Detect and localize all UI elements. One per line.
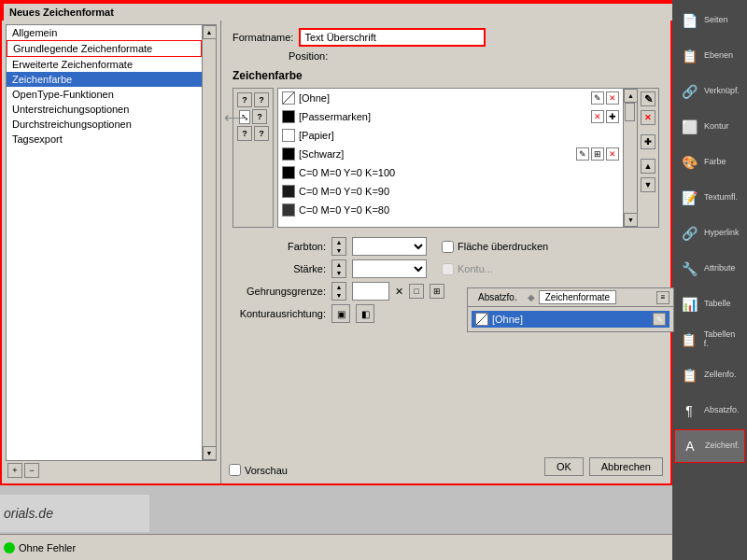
color-item-3[interactable]: [Schwarz]✎⊞✕ xyxy=(278,145,623,163)
sidebar-label-11: Absatzfo. xyxy=(704,406,740,415)
sidebar-item-Kontur[interactable]: ⬜Kontur xyxy=(674,110,745,144)
color-item-5[interactable]: C=0 M=0 Y=0 K=90 xyxy=(278,182,623,201)
farbton-up[interactable] xyxy=(332,238,345,246)
question-icon-4[interactable]: ? xyxy=(237,126,252,141)
left-scrollbar[interactable] xyxy=(202,25,216,460)
question-icon-3[interactable]: ? xyxy=(252,109,267,124)
add-format-btn[interactable]: + xyxy=(7,463,22,478)
gehrung-btn2[interactable]: ⊞ xyxy=(430,284,444,299)
farbton-down[interactable] xyxy=(332,246,345,255)
sidebar-item-Verknüpf[interactable]: 🔗Verknüpf. xyxy=(674,75,745,108)
sidebar-label-4: Farbe xyxy=(704,158,726,167)
icon-edit-0[interactable]: ✎ xyxy=(591,91,604,105)
sidebar-icon-10: 📋 xyxy=(678,364,700,386)
color-list-items: [Ohne]✎✕[Passermarken]✕✚[Papier][Schwarz… xyxy=(278,89,623,227)
formatname-input[interactable] xyxy=(299,28,486,47)
scroll-up-arrow[interactable] xyxy=(203,25,217,39)
title-bar: Neues Zeichenformat xyxy=(2,2,674,21)
sidebar-item-Tabellen-f[interactable]: 📋Tabellen f. xyxy=(674,323,745,357)
vorschau-checkbox[interactable] xyxy=(229,464,241,476)
vorschau-row: Vorschau xyxy=(229,464,288,476)
main-content: Formatname: Position: Zeichenfarbe ? ? xyxy=(221,21,670,483)
sidebar-item-Textumfl[interactable]: 📝Textumfl. xyxy=(674,181,745,215)
sidebar-label-5: Textumfl. xyxy=(704,193,738,203)
align-icon-2[interactable]: ◧ xyxy=(356,304,374,323)
starke-spinner[interactable] xyxy=(331,259,346,278)
sidebar-item-Unterstreichungsoptionen[interactable]: Unterstreichungsoptionen xyxy=(7,102,202,117)
color-scroll-up[interactable] xyxy=(624,89,638,103)
cancel-button[interactable]: Abbrechen xyxy=(589,457,663,476)
sidebar-item-OpenType-Funktionen[interactable]: OpenType-Funktionen xyxy=(7,87,202,102)
question-icon-2[interactable]: ? xyxy=(254,92,269,107)
color-item-6[interactable]: C=0 M=0 Y=0 K=80 xyxy=(278,201,623,219)
color-list-area: [Ohne]✎✕[Passermarken]✕✚[Papier][Schwarz… xyxy=(277,88,659,228)
gehrung-down[interactable] xyxy=(332,291,345,300)
sidebar-item-Zeichenfarbe[interactable]: Zeichenfarbe xyxy=(7,72,202,87)
sidebar-item-Hyperlink[interactable]: 🔗Hyperlink xyxy=(674,217,745,250)
icon-del-3[interactable]: ✕ xyxy=(606,147,619,161)
flache-label: Fläche überdrucken xyxy=(458,241,548,252)
sidebar-item-Grundlegende-Zeichenformate[interactable]: Grundlegende Zeichenformate xyxy=(7,40,202,57)
flache-checkbox[interactable] xyxy=(442,241,454,253)
color-item-4[interactable]: C=0 M=0 Y=0 K=100 xyxy=(278,163,623,182)
sidebar-label-10: Zellenfo. xyxy=(704,371,737,380)
farbton-row: Farbton: Fläche überdrucken xyxy=(233,237,659,256)
icon-move-1[interactable]: ✚ xyxy=(606,110,619,123)
kontu-label: Kontu... xyxy=(458,263,493,274)
color-edit-icon[interactable]: ✎ xyxy=(641,91,655,106)
farbton-dropdown[interactable] xyxy=(352,237,427,256)
sidebar-item-Durchstreichungsoptionen[interactable]: Durchstreichungsoptionen xyxy=(7,117,202,132)
menu-list: AllgemeinGrundlegende ZeichenformateErwe… xyxy=(6,24,217,461)
color-scroll-down[interactable] xyxy=(624,213,638,227)
scroll-down-arrow[interactable] xyxy=(203,446,217,460)
sidebar-label-3: Kontur xyxy=(704,122,729,132)
gehrung-btn1[interactable]: □ xyxy=(409,284,424,299)
remove-format-btn[interactable]: − xyxy=(24,463,39,478)
sidebar-item-Erweiterte-Zeichenformate[interactable]: Erweiterte Zeichenformate xyxy=(7,57,202,72)
ok-button[interactable]: OK xyxy=(544,457,584,476)
sidebar-label-0: Seiten xyxy=(704,16,728,25)
color-move-down[interactable]: ▼ xyxy=(641,177,655,192)
color-item-1[interactable]: [Passermarken]✕✚ xyxy=(278,107,623,126)
icon-del-0[interactable]: ✕ xyxy=(606,91,619,105)
icon-edit-3[interactable]: ✎ xyxy=(576,147,589,161)
icon-del-1[interactable]: ✕ xyxy=(591,110,604,123)
align-icon-1[interactable]: ▣ xyxy=(331,304,350,323)
sidebar-item-Zellenfo[interactable]: 📋Zellenfo. xyxy=(674,358,745,392)
flache-checkbox-row: Fläche überdrucken xyxy=(442,241,548,253)
sidebar-item-Seiten[interactable]: 📄Seiten xyxy=(674,4,745,37)
starke-up[interactable] xyxy=(332,260,345,269)
starke-down[interactable] xyxy=(332,269,345,277)
sidebar-icon-11: ¶ xyxy=(678,399,700,422)
sidebar-item-Farbe[interactable]: 🎨Farbe xyxy=(674,146,745,179)
color-swatch-6 xyxy=(282,203,295,217)
kontu-checkbox[interactable] xyxy=(442,263,454,275)
sidebar-item-Tabelle[interactable]: 📊Tabelle xyxy=(674,287,745,321)
sidebar-item-Allgemein[interactable]: Allgemein xyxy=(7,25,202,40)
color-item-label-6: C=0 M=0 Y=0 K=80 xyxy=(299,204,389,216)
sidebar-item-Attribute[interactable]: 🔧Attribute xyxy=(674,252,745,286)
farbton-spinner[interactable] xyxy=(331,237,346,256)
sidebar-item-Absatzfo[interactable]: ¶Absatzfo. xyxy=(674,394,745,427)
float-edit-icon[interactable]: ✎ xyxy=(653,313,666,326)
color-move-up[interactable]: ▲ xyxy=(641,159,655,174)
question-icon-5[interactable]: ? xyxy=(254,126,269,141)
float-list-selected-item[interactable]: [Ohne] ✎ xyxy=(472,311,669,328)
color-item-0[interactable]: [Ohne]✎✕ xyxy=(278,89,623,107)
sidebar-label-2: Verknüpf. xyxy=(704,87,740,96)
sidebar-item-Tagsexport[interactable]: Tagsexport xyxy=(7,132,202,147)
sidebar-item-Ebenen[interactable]: 📋Ebenen xyxy=(674,39,745,73)
color-add-icon[interactable]: ✚ xyxy=(641,134,655,149)
question-icon-1[interactable]: ? xyxy=(237,92,252,107)
starke-dropdown[interactable] xyxy=(352,259,427,278)
float-tab-zeichen[interactable]: Zeichenformate xyxy=(539,290,616,304)
color-delete-icon[interactable]: ✕ xyxy=(641,110,655,125)
gehrung-input[interactable] xyxy=(352,282,389,301)
float-menu-btn[interactable]: ≡ xyxy=(656,291,669,304)
float-tab-absatz[interactable]: Absatzfo. xyxy=(472,290,524,304)
icon-img-3[interactable]: ⊞ xyxy=(591,147,604,161)
color-item-2[interactable]: [Papier] xyxy=(278,126,623,145)
sidebar-item-Zeichenf[interactable]: AZeichenf. xyxy=(674,429,745,463)
gehrung-up[interactable] xyxy=(332,283,345,291)
gehrung-spinner[interactable] xyxy=(331,282,346,301)
